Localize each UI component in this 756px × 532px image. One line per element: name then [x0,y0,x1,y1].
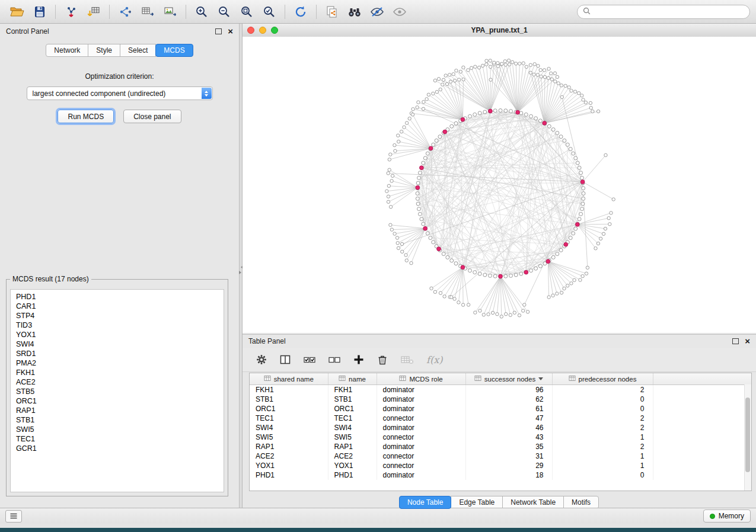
mcds-result-item[interactable]: STP4 [11,311,224,321]
cell-successor-nodes[interactable]: 29 [465,461,552,470]
search-input[interactable] [594,7,744,17]
mcds-result-item[interactable]: GCR1 [11,444,224,453]
mcds-result-item[interactable]: RAP1 [11,406,224,415]
cell-shared-name[interactable]: ORC1 [250,404,328,414]
network-canvas[interactable] [243,37,756,333]
criterion-select[interactable]: largest connected component (undirected) [27,86,213,100]
tab-network[interactable]: Network [46,44,88,57]
settings-gear-icon[interactable] [256,352,267,367]
table-row[interactable]: ACE2ACE2connector311 [250,451,751,461]
cell-successor-nodes[interactable]: 18 [465,470,552,480]
cell-successor-nodes[interactable]: 46 [465,423,552,432]
select-all-checkboxes-icon[interactable] [303,352,316,367]
cell-shared-name[interactable]: SWI5 [250,432,328,442]
search-box[interactable] [577,5,750,19]
open-file-icon[interactable] [6,3,28,21]
cell-mcds-role[interactable]: connector [377,432,465,442]
table-row[interactable]: FKH1FKH1dominator962 [250,385,751,395]
window-minimize-button[interactable] [259,27,266,34]
cell-name[interactable]: TEC1 [328,414,377,423]
mcds-result-item[interactable]: FKH1 [11,368,224,377]
window-zoom-button[interactable] [271,27,278,34]
table-row[interactable]: STB1STB1dominator620 [250,395,751,404]
cell-predecessor-nodes[interactable]: 0 [552,470,653,480]
add-column-icon[interactable] [353,352,365,367]
cell-successor-nodes[interactable]: 35 [465,442,552,451]
tab-motifs[interactable]: Motifs [563,496,599,509]
cell-mcds-role[interactable]: dominator [377,385,465,395]
search-network-icon[interactable] [343,3,366,21]
mcds-result-item[interactable]: STB5 [11,387,224,396]
tab-network-table[interactable]: Network Table [502,496,564,509]
cell-shared-name[interactable]: RAP1 [250,442,328,451]
mcds-result-item[interactable]: CAR1 [11,302,224,311]
tab-style[interactable]: Style [88,44,120,57]
close-panel-icon[interactable]: × [228,28,233,35]
close-panel-button[interactable]: Close panel [123,110,181,123]
cell-name[interactable]: YOX1 [328,461,377,470]
zoom-fit-icon[interactable] [235,3,258,21]
cell-mcds-role[interactable]: dominator [377,404,465,414]
cell-mcds-role[interactable]: dominator [377,423,465,432]
cell-predecessor-nodes[interactable]: 1 [552,461,653,470]
column-header-shared-name[interactable]: shared name [250,373,328,385]
cell-name[interactable]: RAP1 [328,442,377,451]
import-network-icon[interactable] [60,3,82,21]
mcds-result-item[interactable]: SWI4 [11,339,224,349]
zoom-in-icon[interactable] [190,3,213,21]
cell-predecessor-nodes[interactable]: 2 [552,414,653,423]
cell-shared-name[interactable]: YOX1 [250,461,328,470]
mcds-result-list[interactable]: PHD1CAR1STP4TID3YOX1SWI4SRD1PMA2FKH1ACE2… [10,289,224,492]
cell-mcds-role[interactable]: connector [377,461,465,470]
mcds-result-item[interactable]: ACE2 [11,377,224,387]
cell-name[interactable]: STB1 [328,395,377,404]
table-row[interactable]: ORC1ORC1dominator610 [250,404,751,414]
cell-name[interactable]: ACE2 [328,451,377,461]
cell-name[interactable]: SWI5 [328,432,377,442]
status-menu-button[interactable] [5,510,22,523]
mcds-result-item[interactable]: ORC1 [11,396,224,406]
show-all-icon[interactable] [388,3,411,21]
close-table-panel-icon[interactable]: × [745,338,750,345]
mcds-result-item[interactable]: TEC1 [11,434,224,444]
mcds-result-item[interactable]: TID3 [11,321,224,330]
panel-columns-icon[interactable] [279,352,291,367]
zoom-selected-icon[interactable] [258,3,280,21]
mcds-result-item[interactable]: SWI5 [11,425,224,434]
network-graph[interactable] [243,37,756,333]
memory-button[interactable]: Memory [703,509,751,523]
cell-successor-nodes[interactable]: 61 [465,404,552,414]
cell-shared-name[interactable]: SWI4 [250,423,328,432]
cell-successor-nodes[interactable]: 43 [465,432,552,442]
cell-name[interactable]: FKH1 [328,385,377,395]
table-row[interactable]: RAP1RAP1dominator352 [250,442,751,451]
table-row[interactable]: SWI5SWI5connector431 [250,432,751,442]
mcds-result-item[interactable]: YOX1 [11,330,224,339]
mcds-result-item[interactable]: STB1 [11,415,224,425]
column-header-name[interactable]: name [328,373,377,385]
export-image-icon[interactable] [159,3,181,21]
run-mcds-button[interactable]: Run MCDS [58,110,114,123]
tab-edge-table[interactable]: Edge Table [451,496,503,509]
cell-shared-name[interactable]: ACE2 [250,451,328,461]
cell-successor-nodes[interactable]: 62 [465,395,552,404]
column-header-successor-nodes[interactable]: successor nodes [465,373,552,385]
mcds-result-item[interactable]: SRD1 [11,349,224,358]
save-session-icon[interactable] [28,3,51,21]
cell-predecessor-nodes[interactable]: 0 [552,395,653,404]
cell-predecessor-nodes[interactable]: 0 [552,404,653,414]
tab-select[interactable]: Select [120,44,156,57]
clear-column-icon[interactable] [400,352,414,367]
cell-mcds-role[interactable]: connector [377,451,465,461]
cell-successor-nodes[interactable]: 31 [465,451,552,461]
column-header-predecessor-nodes[interactable]: predecessor nodes [552,373,653,385]
cell-successor-nodes[interactable]: 96 [465,385,552,395]
zoom-out-icon[interactable] [213,3,235,21]
float-table-panel-icon[interactable] [732,338,739,344]
import-table-icon[interactable] [82,3,105,21]
cell-shared-name[interactable]: TEC1 [250,414,328,423]
column-header-MCDS-role[interactable]: MCDS role [377,373,465,385]
table-row[interactable]: PHD1PHD1dominator180 [250,470,751,480]
table-scrollbar-thumb[interactable] [745,398,750,472]
clone-network-icon[interactable] [321,3,343,21]
